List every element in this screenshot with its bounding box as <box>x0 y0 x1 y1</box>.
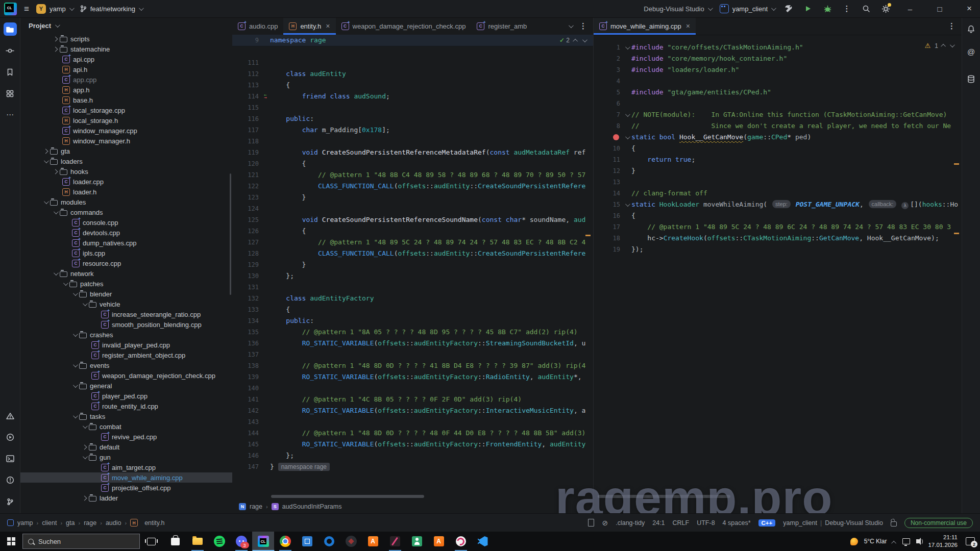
ai-assistant-icon[interactable]: @ <box>965 45 978 58</box>
project-scrollbar[interactable] <box>230 173 231 295</box>
clang-daemon-icon[interactable]: ⊘ <box>602 519 608 527</box>
volume-tray-icon[interactable] <box>916 539 919 543</box>
tree-item-combat[interactable]: combat <box>20 421 232 432</box>
code-line-112[interactable]: 112 class audEntity <box>232 68 593 80</box>
language-badge[interactable]: C++ <box>758 519 776 527</box>
tree-item-resource.cpp[interactable]: Cresource.cpp <box>20 258 232 268</box>
tree-item-revive_ped.cpp[interactable]: Crevive_ped.cpp <box>20 432 232 442</box>
chevron-down-icon[interactable] <box>83 454 88 459</box>
breadcrumb-client[interactable]: client <box>42 519 57 527</box>
code-line-136[interactable]: 136 RO_STATIC_VARIABLE(offsets::audEntit… <box>232 338 593 349</box>
tree-item-route_entity_id.cpp[interactable]: Croute_entity_id.cpp <box>20 401 232 411</box>
tree-item-statemachine[interactable]: statemachine <box>20 44 232 54</box>
tree-item-blender[interactable]: blender <box>20 289 232 299</box>
chevron-down-icon[interactable] <box>73 332 78 337</box>
notifications-bell-icon[interactable] <box>965 22 978 36</box>
chevron-right-icon[interactable] <box>43 148 48 154</box>
tree-item-events[interactable]: events <box>20 360 232 370</box>
weather-icon[interactable] <box>850 538 858 545</box>
tray-expand-icon[interactable] <box>892 540 897 545</box>
tree-item-tasks[interactable]: tasks <box>20 411 232 421</box>
version-control-tool-icon[interactable] <box>4 495 17 508</box>
tree-item-gun[interactable]: gun <box>20 452 232 462</box>
breadcrumb-yamp[interactable]: yamp <box>17 519 33 527</box>
run-button[interactable] <box>802 3 814 14</box>
tree-item-ipls.cpp[interactable]: Cipls.cpp <box>20 248 232 258</box>
code-line-143[interactable]: 143 <box>232 416 593 428</box>
chevron-right-icon[interactable] <box>82 495 87 500</box>
breakpoint-icon[interactable] <box>613 134 619 140</box>
taskbar-search-input[interactable]: Suchen <box>22 534 140 549</box>
fold-chevron-icon[interactable] <box>625 44 630 49</box>
chevron-down-icon[interactable] <box>83 301 88 306</box>
breadcrumb-entity.h[interactable]: entity.h <box>144 519 164 527</box>
status-.clang-tidy[interactable]: .clang-tidy <box>616 519 645 527</box>
chevron-down-icon[interactable] <box>73 383 78 388</box>
vcs-branch-selector[interactable]: feat/networking <box>80 5 142 13</box>
code-line-138[interactable]: 138 // @pattern 1 "48 8D 0D ? ? ? ? 41 8… <box>232 360 593 371</box>
code-line-132[interactable]: 132 class audEntityFactory <box>232 293 593 304</box>
more-tool-windows-icon[interactable]: ⋯ <box>4 108 17 121</box>
code-line-2[interactable]: 2#include "core/memory/hook_container.h" <box>594 53 962 64</box>
code-line-139[interactable]: 139 RO_STATIC_VARIABLE(offsets::audEntit… <box>232 371 593 383</box>
code-line-116[interactable]: 116 public: <box>232 113 593 124</box>
tree-item-window_manager.h[interactable]: Hwindow_manager.h <box>20 136 232 146</box>
code-line-121[interactable]: 121 // @pattern 1 "48 8B C4 48 89 58 ? 4… <box>232 169 593 181</box>
chevron-down-icon[interactable] <box>73 413 78 418</box>
code-line-16[interactable]: 16{ <box>594 210 962 221</box>
window-minimize-button[interactable]: – <box>899 0 921 17</box>
code-editor-move-while-aiming[interactable]: 1#include "core/offsets/CTaskMotionAimin… <box>594 35 962 513</box>
tree-item-weapon_damage_rejection_check.cpp[interactable]: Cweapon_damage_rejection_check.cpp <box>20 370 232 381</box>
code-line-133[interactable]: 133 { <box>232 304 593 315</box>
code-line-130[interactable]: 130 }; <box>232 270 593 282</box>
taskbar-app-file-explorer[interactable] <box>186 532 208 551</box>
code-line-144[interactable]: 144 // @pattern 1 "48 8D 0D ? ? ? ? 48 0… <box>232 428 593 439</box>
code-line-14[interactable]: 14// clang-format off <box>594 188 962 199</box>
tab-options-icon[interactable]: ⋮ <box>579 21 587 31</box>
tree-item-default[interactable]: default <box>20 442 232 452</box>
chevron-down-icon[interactable] <box>44 158 49 163</box>
tree-item-loaders[interactable]: loaders <box>20 156 232 166</box>
tab-move_while_aiming.cpp[interactable]: Cmove_while_aiming.cpp× <box>594 17 696 35</box>
next-problem-icon[interactable] <box>582 37 587 42</box>
code-line-135[interactable]: 135 // @pattern 1 "8A 05 ? ? ? ? 48 8D 9… <box>232 327 593 338</box>
problems-tool-icon[interactable] <box>4 409 17 422</box>
code-line-113[interactable]: 113 { <box>232 80 593 91</box>
breadcrumb-gta[interactable]: gta <box>66 519 75 527</box>
code-line-125[interactable]: 125 void CreateSoundPersistentReferenceS… <box>232 214 593 226</box>
window-close-button[interactable]: × <box>959 0 980 17</box>
debug-button[interactable] <box>822 3 833 14</box>
taskbar-app-microsoft-store[interactable] <box>164 532 186 551</box>
license-badge[interactable]: Non-commercial use <box>904 518 973 528</box>
tab-register_amb[interactable]: Cregister_amb <box>471 17 532 35</box>
chevron-right-icon[interactable] <box>53 46 58 52</box>
tree-item-app.h[interactable]: Happ.h <box>20 85 232 95</box>
taskbar-app-ragemp[interactable] <box>340 532 362 551</box>
taskbar-app-designer[interactable] <box>450 532 472 551</box>
tree-item-scripts[interactable]: scripts <box>20 34 232 44</box>
code-line-122[interactable]: 122 CLASS_FUNCTION_CALL(offsets::audEnti… <box>232 181 593 192</box>
code-line-119[interactable]: 119 void CreateSoundPersistentReferenceM… <box>232 147 593 158</box>
code-line-120[interactable]: 120 { <box>232 158 593 169</box>
code-line-8[interactable]: 8// Since we don't create a real player,… <box>594 120 962 132</box>
tree-item-commands[interactable]: commands <box>20 207 232 217</box>
inspections-tool-icon[interactable] <box>4 473 17 487</box>
tree-item-local_storage.h[interactable]: Hlocal_storage.h <box>20 115 232 126</box>
tree-item-hooks[interactable]: hooks <box>20 166 232 177</box>
tree-item-gta[interactable]: gta <box>20 146 232 156</box>
tree-item-increase_steerangle_ratio.cpp[interactable]: Cincrease_steerangle_ratio.cpp <box>20 309 232 319</box>
tree-item-aim_target.cpp[interactable]: Caim_target.cpp <box>20 462 232 472</box>
code-line-3[interactable]: 3#include "loaders/loader.h" <box>594 64 962 76</box>
status-CRLF[interactable]: CRLF <box>673 519 690 527</box>
code-line-127[interactable]: 127 // @pattern 1 "48 89 5C 24 ? 48 89 7… <box>232 237 593 248</box>
commit-tool-icon[interactable] <box>4 44 17 57</box>
taskbar-app-pink-tool[interactable] <box>384 532 406 551</box>
fold-chevron-icon[interactable] <box>625 112 630 117</box>
tree-item-patches[interactable]: patches <box>20 279 232 289</box>
status-24:1[interactable]: 24:1 <box>652 519 665 527</box>
code-line-19[interactable]: 19}); <box>594 244 962 255</box>
code-line-142[interactable]: 142 RO_STATIC_VARIABLE(offsets::audEntit… <box>232 405 593 416</box>
code-line-114[interactable]: 114←→ friend class audSound; <box>232 91 593 102</box>
code-line-7[interactable]: 7// NOTE(module): In GTA:Online this fun… <box>594 109 962 120</box>
tree-item-base.h[interactable]: Hbase.h <box>20 95 232 105</box>
